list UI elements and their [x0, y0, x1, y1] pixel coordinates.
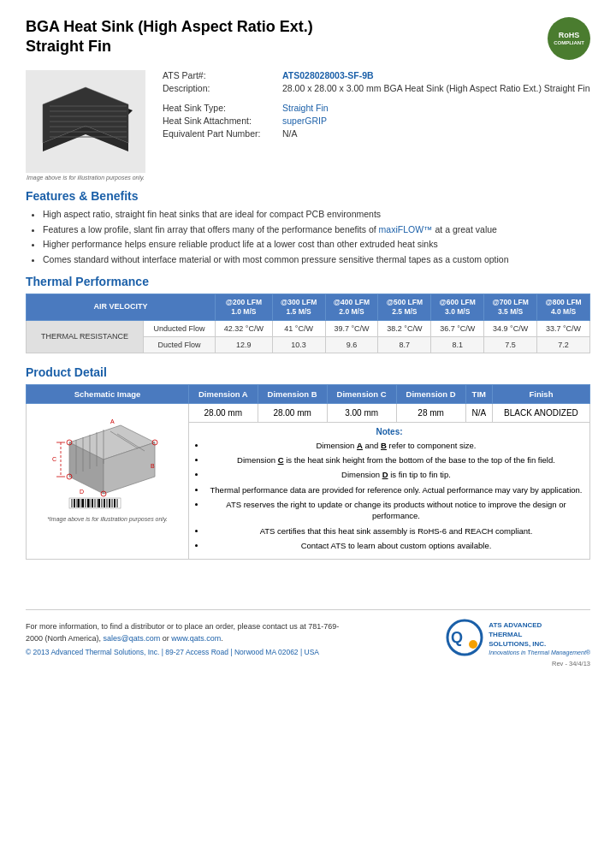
product-detail-section: Product Detail Schematic Image Dimension… — [26, 365, 590, 560]
ducted-300: 10.3 — [272, 336, 325, 353]
note-4: Thermal performance data are provided fo… — [206, 484, 586, 495]
note-1: Dimension A and B refer to component siz… — [206, 440, 586, 451]
col-200lfm: @200 LFM1.0 M/S — [215, 294, 272, 320]
contact-text: For more information, to find a distribu… — [26, 622, 306, 631]
header-area: BGA Heat Sink (High Aspect Ratio Ext.) S… — [26, 17, 590, 60]
dim-c-value: 3.00 mm — [327, 403, 396, 422]
col-dim-c: Dimension C — [327, 384, 396, 403]
heat-sink-type-label: Heat Sink Type: — [163, 103, 282, 113]
dim-d-value: 28 mm — [396, 403, 465, 422]
footer-email[interactable]: sales@qats.com — [104, 634, 161, 643]
title-line1: BGA Heat Sink (High Aspect Ratio Ext.) — [26, 18, 313, 35]
features-section: Features & Benefits High aspect ratio, s… — [26, 189, 590, 266]
image-note: Image above is for illustration purposes… — [26, 175, 145, 181]
notes-cell: Notes: Dimension A and B refer to compon… — [189, 422, 590, 559]
product-details-table: ATS Part#: ATS028028003-SF-9B Descriptio… — [163, 70, 590, 181]
heat-sink-illustration — [34, 79, 137, 164]
thermal-resistance-label: THERMAL RESISTANCE — [27, 320, 144, 353]
features-title: Features & Benefits — [26, 189, 590, 203]
heat-sink-type-value: Straight Fin — [282, 103, 329, 113]
thermal-performance-section: Thermal Performance AIR VELOCITY @200 LF… — [26, 275, 590, 353]
rohs-text: RoHS — [559, 31, 580, 40]
rev-note: Rev - 34/4/13 — [26, 660, 590, 667]
feature-item-4: Comes standard without interface materia… — [43, 253, 590, 266]
col-400lfm: @400 LFM2.0 M/S — [325, 294, 378, 320]
note-2: Dimension C is the heat sink height from… — [206, 454, 586, 466]
col-800lfm: @800 LFM4.0 M/S — [537, 294, 590, 320]
note-6: ATS certifies that this heat sink assemb… — [206, 525, 586, 537]
note-5: ATS reserves the right to update or chan… — [206, 499, 586, 522]
part-number-row: ATS Part#: ATS028028003-SF-9B — [163, 70, 590, 80]
unducted-500: 38.2 °C/W — [378, 320, 431, 336]
ats-logo-svg: Q — [446, 619, 483, 656]
svg-marker-6 — [43, 87, 128, 143]
attachment-label: Heat Sink Attachment: — [163, 116, 282, 126]
note-7: Contact ATS to learn about custom option… — [206, 540, 586, 551]
ducted-500: 8.7 — [378, 336, 431, 353]
rohs-compliant-text: COMPLIANT — [554, 40, 584, 46]
product-image-box — [26, 70, 145, 173]
unducted-600: 36.7 °C/W — [431, 320, 484, 336]
attachment-row: Heat Sink Attachment: superGRIP — [163, 116, 590, 126]
features-list: High aspect ratio, straight fin heat sin… — [26, 208, 590, 266]
dim-b-value: 28.00 mm — [258, 403, 327, 422]
footer-contact-text: For more information, to find a distribu… — [26, 621, 351, 644]
col-dim-b: Dimension B — [258, 384, 327, 403]
footer-website[interactable]: www.qats.com — [171, 634, 221, 643]
unducted-label: Unducted Flow — [143, 320, 215, 336]
maxiflow-link: maxiFLOW™ — [379, 224, 433, 234]
dimensions-row: C A B D — [27, 403, 590, 422]
product-title: BGA Heat Sink (High Aspect Ratio Ext.) S… — [26, 17, 313, 57]
ats-logo-area: Q ATS ADVANCEDTHERMALSOLUTIONS, INC. Inn… — [446, 619, 590, 656]
schematic-image-cell: C A B D — [27, 403, 189, 559]
svg-text:A: A — [110, 418, 115, 424]
footer-left: For more information, to find a distribu… — [26, 621, 351, 656]
feature-item-3: Higher performance helps ensure reliable… — [43, 238, 590, 251]
tim-value: N/A — [465, 403, 492, 422]
svg-text:Q: Q — [451, 629, 463, 646]
svg-text:B: B — [151, 463, 155, 469]
page: BGA Heat Sink (High Aspect Ratio Ext.) S… — [0, 0, 616, 866]
col-500lfm: @500 LFM2.5 M/S — [378, 294, 431, 320]
footer-copyright: © 2013 Advanced Thermal Solutions, Inc. … — [26, 648, 351, 656]
svg-text:D: D — [80, 489, 84, 495]
ducted-label: Ducted Flow — [143, 336, 215, 353]
unducted-flow-row: THERMAL RESISTANCE Unducted Flow 42.32 °… — [27, 320, 590, 336]
unducted-400: 39.7 °C/W — [325, 320, 378, 336]
col-700lfm: @700 LFM3.5 M/S — [484, 294, 537, 320]
unducted-700: 34.9 °C/W — [484, 320, 537, 336]
finish-value: BLACK ANODIZED — [492, 403, 589, 422]
ducted-400: 9.6 — [325, 336, 378, 353]
svg-text:C: C — [52, 456, 56, 462]
ats-company-name: ATS ADVANCEDTHERMALSOLUTIONS, INC. — [489, 620, 590, 650]
thermal-performance-table: AIR VELOCITY @200 LFM1.0 M/S @300 LFM1.5… — [26, 294, 590, 353]
part-label: ATS Part#: — [163, 70, 282, 80]
ats-tagline: Innovations in Thermal Management® — [489, 650, 590, 655]
schematic-svg: C A B D — [44, 408, 172, 511]
ducted-200: 12.9 — [215, 336, 272, 353]
schematic-note: *Image above is for illustration purpose… — [30, 516, 185, 522]
ducted-700: 7.5 — [484, 336, 537, 353]
unducted-200: 42.32 °C/W — [215, 320, 272, 336]
unducted-300: 41 °C/W — [272, 320, 325, 336]
equiv-part-value: N/A — [282, 128, 298, 139]
col-schematic: Schematic Image — [27, 384, 189, 403]
notes-title: Notes: — [192, 427, 586, 436]
footer-or: or — [163, 634, 169, 643]
thermal-performance-title: Thermal Performance — [26, 275, 590, 288]
equiv-part-row: Equivalent Part Number: N/A — [163, 128, 590, 139]
notes-list: Dimension A and B refer to component siz… — [192, 440, 586, 551]
part-number-value: ATS028028003-SF-9B — [282, 70, 374, 80]
feature-item-1: High aspect ratio, straight fin heat sin… — [43, 208, 590, 221]
dim-a-value: 28.00 mm — [189, 403, 258, 422]
ats-company-info: ATS ADVANCEDTHERMALSOLUTIONS, INC. Innov… — [489, 620, 590, 655]
ducted-600: 8.1 — [431, 336, 484, 353]
detail-header-row: Schematic Image Dimension A Dimension B … — [27, 384, 590, 403]
heat-sink-type-row: Heat Sink Type: Straight Fin — [163, 103, 590, 113]
description-label: Description: — [163, 83, 282, 93]
svg-point-58 — [469, 640, 477, 649]
unducted-800: 33.7 °C/W — [537, 320, 590, 336]
title-line2: Straight Fin — [26, 38, 111, 55]
col-300lfm: @300 LFM1.5 M/S — [272, 294, 325, 320]
product-info-section: Image above is for illustration purposes… — [26, 70, 590, 181]
